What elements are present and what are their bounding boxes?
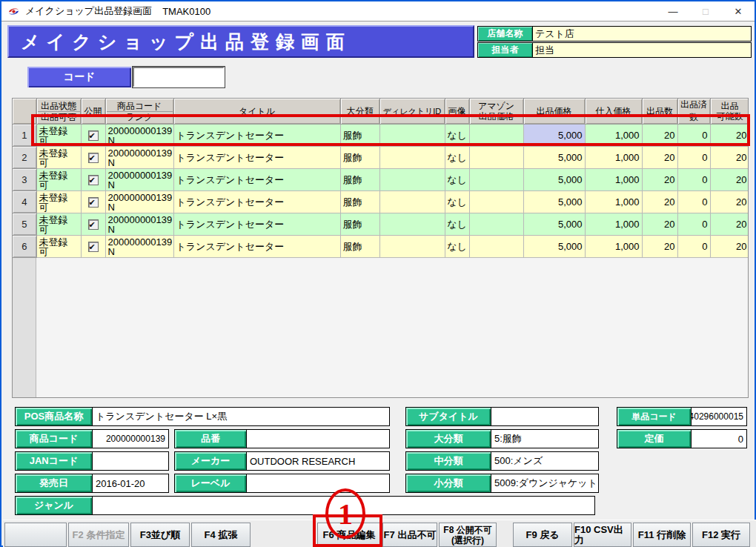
cell-image[interactable]: なし xyxy=(445,125,469,147)
checkbox-checked-icon[interactable] xyxy=(88,219,99,230)
fkey-f9-back[interactable]: F9 戻る xyxy=(513,523,572,547)
cell-product-code[interactable]: 200000000139N xyxy=(105,191,173,213)
cell-directory-id[interactable] xyxy=(379,213,445,236)
cell-status[interactable]: 未登録可 xyxy=(36,191,81,213)
cell-amazon-price[interactable] xyxy=(469,213,523,236)
cell-category[interactable]: 服飾 xyxy=(340,147,379,169)
row-number[interactable]: 2 xyxy=(13,147,36,169)
code-input[interactable] xyxy=(133,67,225,87)
label-field-value[interactable] xyxy=(247,474,389,492)
cell-sold[interactable]: 0 xyxy=(677,169,710,191)
cell-directory-id[interactable] xyxy=(379,236,445,258)
cell-amazon-price[interactable] xyxy=(469,169,523,191)
cell-sold[interactable]: 0 xyxy=(677,125,710,147)
subtitle-value[interactable] xyxy=(491,408,598,425)
row-number[interactable]: 1 xyxy=(13,125,36,147)
cell-amazon-price[interactable] xyxy=(469,147,523,169)
cell-available[interactable]: 20 xyxy=(710,169,749,191)
genre-value[interactable] xyxy=(93,497,594,514)
row-number[interactable]: 4 xyxy=(13,191,36,213)
cell-image[interactable]: なし xyxy=(445,236,469,258)
cell-directory-id[interactable] xyxy=(379,169,445,191)
cell-amazon-price[interactable] xyxy=(469,236,523,258)
cell-available[interactable]: 20 xyxy=(710,213,749,236)
table-row[interactable]: 5 未登録可 200000000139N トランスデントセーター 服飾 なし 5… xyxy=(13,213,749,236)
close-icon[interactable]: ✕ xyxy=(722,1,755,21)
cell-status[interactable]: 未登録可 xyxy=(36,236,81,258)
cell-title[interactable]: トランスデントセーター xyxy=(173,236,340,258)
minimize-icon[interactable]: — xyxy=(657,1,689,21)
cell-price[interactable]: 5,000 xyxy=(523,213,585,236)
cell-cost[interactable]: 1,000 xyxy=(585,236,642,258)
cell-published[interactable] xyxy=(81,236,105,258)
cell-product-code[interactable]: 200000000139N xyxy=(105,125,173,147)
table-row[interactable]: 1 未登録可 200000000139N トランスデントセーター 服飾 なし 5… xyxy=(13,125,749,147)
cell-price[interactable]: 5,000 xyxy=(523,125,585,147)
fkey-f8-unpublish-selected[interactable]: F8 公開不可 (選択行) xyxy=(439,523,497,547)
pos-name-value[interactable]: トランスデントセーター L×黒 xyxy=(93,408,389,425)
cell-cost[interactable]: 1,000 xyxy=(585,191,642,213)
cell-title[interactable]: トランスデントセーター xyxy=(173,191,340,213)
cell-status[interactable]: 未登録可 xyxy=(36,147,81,169)
cell-category[interactable]: 服飾 xyxy=(340,191,379,213)
cell-sold[interactable]: 0 xyxy=(677,213,710,236)
cell-title[interactable]: トランスデントセーター xyxy=(173,213,340,236)
table-row[interactable]: 2 未登録可 200000000139N トランスデントセーター 服飾 なし 5… xyxy=(13,147,749,169)
checkbox-checked-icon[interactable] xyxy=(88,153,99,163)
jan-code-value[interactable] xyxy=(93,452,168,470)
cell-category[interactable]: 服飾 xyxy=(340,236,379,258)
table-row[interactable]: 6 未登録可 200000000139N トランスデントセーター 服飾 なし 5… xyxy=(13,236,749,258)
cell-qty[interactable]: 20 xyxy=(642,125,677,147)
table-row[interactable]: 4 未登録可 200000000139N トランスデントセーター 服飾 なし 5… xyxy=(13,191,749,213)
cell-title[interactable]: トランスデントセーター xyxy=(173,125,340,147)
maker-value[interactable]: OUTDOOR RESEARCH xyxy=(247,452,389,470)
cell-category[interactable]: 服飾 xyxy=(340,213,379,236)
cell-directory-id[interactable] xyxy=(379,147,445,169)
cell-title[interactable]: トランスデントセーター xyxy=(173,169,340,191)
cell-qty[interactable]: 20 xyxy=(642,169,677,191)
row-number[interactable]: 3 xyxy=(13,169,36,191)
fkey-f4-extend[interactable]: F4 拡張 xyxy=(191,523,251,547)
release-date-value[interactable]: 2016-01-20 xyxy=(93,474,168,492)
item-code-value[interactable]: 240296000015 xyxy=(692,408,746,425)
fkey-f12-execute[interactable]: F12 実行 xyxy=(692,523,750,547)
cell-qty[interactable]: 20 xyxy=(642,236,677,258)
fkey-f7-listing-disable[interactable]: F7 出品不可 xyxy=(382,523,437,547)
cell-sold[interactable]: 0 xyxy=(677,236,710,258)
major-class-value[interactable]: 5:服飾 xyxy=(491,430,598,448)
cell-product-code[interactable]: 200000000139N xyxy=(105,213,173,236)
minor-class-value[interactable]: 5009:ダウンジャケット xyxy=(491,474,598,492)
cell-amazon-price[interactable] xyxy=(469,191,523,213)
cell-status[interactable]: 未登録可 xyxy=(36,169,81,191)
row-number[interactable]: 6 xyxy=(13,236,36,258)
checkbox-checked-icon[interactable] xyxy=(88,130,99,141)
cell-qty[interactable]: 20 xyxy=(642,147,677,169)
part-no-value[interactable] xyxy=(247,430,389,448)
cell-category[interactable]: 服飾 xyxy=(340,125,379,147)
middle-class-value[interactable]: 500:メンズ xyxy=(491,452,598,470)
cell-status[interactable]: 未登録可 xyxy=(36,213,81,236)
cell-price[interactable]: 5,000 xyxy=(523,147,585,169)
cell-published[interactable] xyxy=(81,213,105,236)
cell-status[interactable]: 未登録可 xyxy=(36,125,81,147)
cell-category[interactable]: 服飾 xyxy=(340,169,379,191)
fkey-f6-product-edit[interactable]: F6 商品編集 xyxy=(317,523,381,547)
cell-sold[interactable]: 0 xyxy=(677,191,710,213)
cell-title[interactable]: トランスデントセーター xyxy=(173,147,340,169)
cell-image[interactable]: なし xyxy=(445,147,469,169)
cell-available[interactable]: 20 xyxy=(710,125,749,147)
cell-cost[interactable]: 1,000 xyxy=(585,125,642,147)
list-price-value[interactable]: 0 xyxy=(692,430,746,448)
cell-image[interactable]: なし xyxy=(445,191,469,213)
checkbox-checked-icon[interactable] xyxy=(88,197,99,208)
cell-cost[interactable]: 1,000 xyxy=(585,213,642,236)
cell-directory-id[interactable] xyxy=(379,191,445,213)
cell-qty[interactable]: 20 xyxy=(642,213,677,236)
fkey-f3-sort-order[interactable]: F3並び順 xyxy=(130,523,190,547)
cell-price[interactable]: 5,000 xyxy=(523,236,585,258)
checkbox-checked-icon[interactable] xyxy=(88,175,99,185)
cell-product-code[interactable]: 200000000139N xyxy=(105,147,173,169)
cell-price[interactable]: 5,000 xyxy=(523,191,585,213)
cell-available[interactable]: 20 xyxy=(710,236,749,258)
cell-cost[interactable]: 1,000 xyxy=(585,169,642,191)
